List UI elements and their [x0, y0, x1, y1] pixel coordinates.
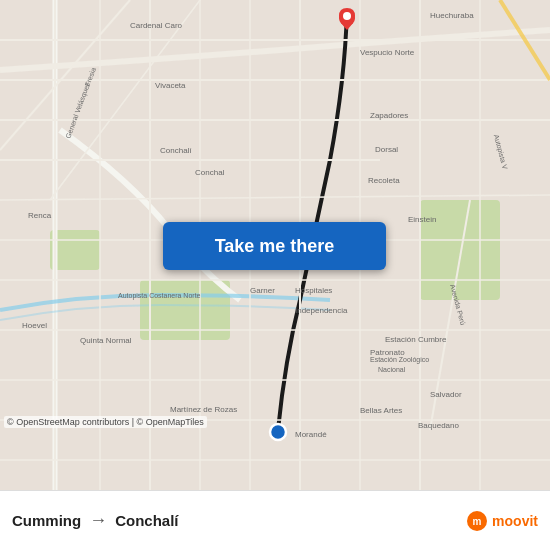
svg-text:Conchal: Conchal [195, 168, 225, 177]
map-attribution: © OpenStreetMap contributors | © OpenMap… [4, 416, 207, 428]
attribution-text: © OpenStreetMap contributors | © OpenMap… [7, 417, 204, 427]
svg-text:Renca: Renca [28, 211, 52, 220]
svg-point-62 [270, 424, 286, 440]
route-info: Cumming → Conchalí [12, 510, 466, 531]
svg-text:Dorsal: Dorsal [375, 145, 398, 154]
svg-text:Huechuraba: Huechuraba [430, 11, 474, 20]
svg-text:Garner: Garner [250, 286, 275, 295]
brand-name: moovit [492, 513, 538, 529]
map-container: Cardenal Caro Huechuraba Vivaceta Vespuc… [0, 0, 550, 490]
moovit-icon: m [466, 510, 488, 532]
svg-text:Morandé: Morandé [295, 430, 327, 439]
svg-text:Martínez de Rozas: Martínez de Rozas [170, 405, 237, 414]
svg-text:Cardenal Caro: Cardenal Caro [130, 21, 183, 30]
svg-text:Independencia: Independencia [295, 306, 348, 315]
svg-text:Recoleta: Recoleta [368, 176, 400, 185]
svg-point-61 [343, 12, 351, 20]
svg-text:Nacional: Nacional [378, 366, 406, 373]
svg-text:Conchalí: Conchalí [160, 146, 192, 155]
take-me-there-button[interactable]: Take me there [163, 222, 386, 270]
route-arrow-icon: → [89, 510, 107, 531]
svg-text:Baquedano: Baquedano [418, 421, 459, 430]
svg-text:Vivaceta: Vivaceta [155, 81, 186, 90]
svg-text:Autopista Costanera Norte: Autopista Costanera Norte [118, 292, 201, 300]
svg-text:Vespucio Norte: Vespucio Norte [360, 48, 415, 57]
svg-text:Hoevel: Hoevel [22, 321, 47, 330]
moovit-logo: m moovit [466, 510, 538, 532]
bottom-bar: Cumming → Conchalí m moovit [0, 490, 550, 550]
svg-text:Bellas Artes: Bellas Artes [360, 406, 402, 415]
svg-text:Quinta Normal: Quinta Normal [80, 336, 132, 345]
svg-text:Einstein: Einstein [408, 215, 436, 224]
svg-text:Estación Zoológico: Estación Zoológico [370, 356, 429, 364]
svg-rect-2 [140, 280, 230, 340]
svg-text:Estación Cumbre: Estación Cumbre [385, 335, 447, 344]
destination-label: Conchalí [115, 512, 178, 529]
svg-text:Hospitales: Hospitales [295, 286, 332, 295]
origin-label: Cumming [12, 512, 81, 529]
svg-text:Salvador: Salvador [430, 390, 462, 399]
svg-text:m: m [473, 516, 482, 527]
svg-text:Zapadores: Zapadores [370, 111, 408, 120]
